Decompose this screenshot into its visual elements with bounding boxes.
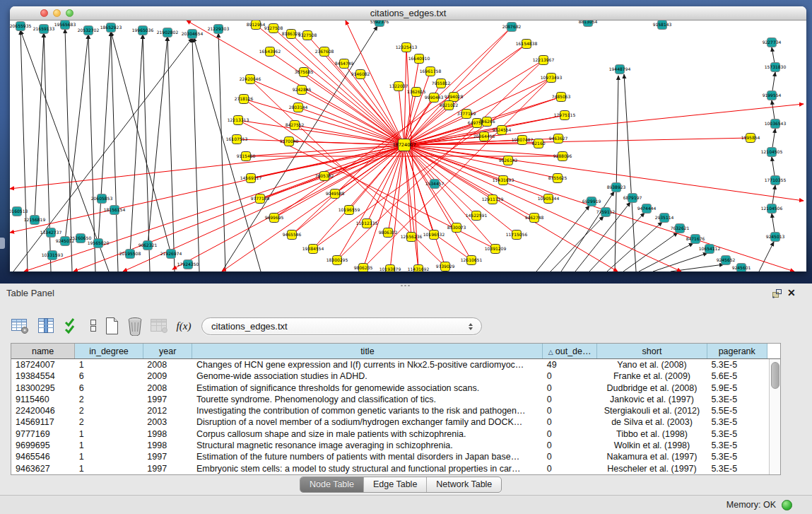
graph-node[interactable]: 12325413: [396, 43, 418, 52]
graph-node[interactable]: 20304654: [182, 30, 204, 39]
graph-node[interactable]: 9127508: [264, 24, 283, 33]
graph-node[interactable]: 7632621: [671, 224, 690, 233]
graph-node[interactable]: 12213967: [533, 56, 555, 65]
memory-status-icon[interactable]: [782, 500, 792, 510]
column-header-name[interactable]: name: [11, 344, 75, 359]
graph-node[interactable]: 2718126: [235, 95, 254, 104]
graph-node[interactable]: 12610651: [461, 256, 483, 265]
graph-node[interactable]: 7955812: [432, 79, 451, 88]
table-selector-dropdown[interactable]: citations_edges.txt: [201, 317, 482, 335]
function-builder-icon[interactable]: f(x): [172, 315, 195, 337]
table-scrollbar[interactable]: [769, 359, 781, 475]
collapsed-panel-handle[interactable]: [0, 238, 5, 249]
graph-node[interactable]: 9199554: [763, 91, 782, 100]
graph-node[interactable]: 12156819: [24, 216, 46, 225]
graph-node[interactable]: 21659133: [33, 25, 55, 34]
table-scrollbar-thumb[interactable]: [771, 362, 779, 389]
graph-node[interactable]: 20655935: [10, 22, 31, 31]
splitter-grip[interactable]: [400, 284, 410, 287]
graph-node[interactable]: 9739029: [436, 262, 455, 271]
table-row[interactable]: 977716911998Corpus callosum shape and si…: [11, 428, 780, 440]
column-visibility-icon[interactable]: [35, 315, 57, 337]
column-header-title[interactable]: title: [192, 344, 543, 359]
graph-node[interactable]: 21229303: [208, 25, 230, 34]
graph-node[interactable]: 62160: [531, 139, 545, 148]
graph-node[interactable]: 8938923: [607, 183, 626, 192]
graph-node[interactable]: 17710355: [765, 176, 787, 185]
graph-node[interactable]: 11715056: [506, 230, 528, 240]
graph-node[interactable]: 10391209: [485, 245, 507, 254]
graph-node[interactable]: 1595854: [741, 134, 760, 143]
graph-node[interactable]: 19565020: [88, 239, 110, 248]
table-row[interactable]: 1830029562008Estimation of significance …: [11, 382, 780, 394]
graph-node[interactable]: 10196559: [339, 206, 360, 215]
table-row[interactable]: 946554611997Estimation of the future num…: [11, 451, 780, 462]
graph-node[interactable]: 10036543: [765, 119, 787, 129]
tab-node-table[interactable]: Node Table: [300, 477, 363, 492]
graph-node[interactable]: 16154838: [516, 40, 538, 49]
graph-node[interactable]: 9327508: [298, 31, 317, 40]
graph-node[interactable]: 13342737: [40, 228, 62, 238]
graph-node[interactable]: 19448794: [609, 65, 631, 74]
graph-node[interactable]: 2803144: [289, 103, 308, 112]
table-settings-icon[interactable]: [8, 315, 31, 337]
graph-node[interactable]: 9626142: [499, 156, 518, 165]
column-header-out_de[interactable]: △out_de…: [543, 344, 597, 359]
graph-node[interactable]: 11012335: [356, 219, 378, 228]
graph-node[interactable]: 16640910: [408, 54, 430, 64]
close-panel-icon[interactable]: ✕: [787, 286, 796, 299]
graph-node[interactable]: 6879197: [623, 194, 642, 203]
graph-node[interactable]: 9794028: [445, 93, 464, 102]
graph-node[interactable]: 9158143: [653, 21, 672, 30]
table-row[interactable]: 2242004622012Investigating the contribut…: [11, 405, 780, 416]
graph-node[interactable]: 20160513: [10, 207, 28, 216]
table-row[interactable]: 946362711997Embryonic stem cells: a mode…: [11, 463, 780, 474]
graph-node[interactable]: 9806235: [354, 264, 373, 272]
tab-network-table[interactable]: Network Table: [426, 477, 501, 492]
table-row[interactable]: 1456911722003Disruption of a novel membe…: [11, 416, 780, 428]
graph-node[interactable]: 11431693: [493, 176, 514, 185]
graph-node[interactable]: 21926974: [160, 250, 182, 259]
table-row[interactable]: 1872400712008Changes of HCN gene express…: [11, 359, 780, 371]
graph-node[interactable]: 14569117: [240, 174, 262, 183]
graph-node[interactable]: 9288096: [553, 152, 572, 161]
graph-node[interactable]: 18300295: [326, 256, 348, 265]
graph-node[interactable]: 9245013: [766, 233, 785, 242]
graph-node[interactable]: 19384554: [302, 245, 324, 254]
graph-node[interactable]: 18652923: [100, 23, 122, 33]
graph-node[interactable]: 9245652: [717, 256, 736, 265]
graph-node[interactable]: 12213313: [228, 116, 249, 125]
graph-node[interactable]: 12104505: [761, 148, 783, 157]
graph-node[interactable]: 16961758: [420, 67, 442, 76]
graph-node[interactable]: 1362615: [407, 88, 426, 97]
graph-node[interactable]: 9049588: [326, 189, 345, 199]
graph-node[interactable]: 5592376: [370, 21, 389, 27]
create-table-icon[interactable]: [100, 315, 123, 337]
graph-node[interactable]: 9462748: [525, 214, 544, 223]
graph-node[interactable]: 18156154: [104, 206, 126, 215]
graph-node[interactable]: 9115460: [237, 152, 256, 161]
graph-node[interactable]: 10654112: [699, 245, 721, 254]
graph-node[interactable]: 21902802: [157, 28, 179, 37]
graph-node[interactable]: 10196532: [423, 230, 445, 240]
graph-node[interactable]: 8755625: [548, 174, 567, 183]
graph-node[interactable]: 9465546: [283, 230, 302, 240]
graph-node[interactable]: 3675685: [295, 68, 314, 77]
select-all-columns-icon[interactable]: [61, 315, 83, 337]
graph-node[interactable]: 8813054: [579, 21, 598, 27]
table-row[interactable]: 911546021997Tourette syndrome. Phenomeno…: [11, 394, 780, 405]
graph-node[interactable]: 9227734: [763, 38, 782, 47]
graph-node[interactable]: 10193879: [379, 265, 401, 272]
graph-node[interactable]: 12556236: [401, 233, 423, 242]
tab-edge-table[interactable]: Edge Table: [363, 477, 426, 492]
graph-node[interactable]: 16543962: [259, 47, 281, 57]
graph-node[interactable]: 20195508: [119, 250, 141, 259]
graph-node[interactable]: 8912954: [247, 21, 266, 30]
column-header-year[interactable]: year: [143, 344, 192, 359]
graph-node[interactable]: 6929919: [582, 197, 601, 206]
column-header-short[interactable]: short: [597, 344, 707, 359]
graph-node[interactable]: 17924350: [177, 260, 199, 269]
graph-node[interactable]: 9245601: [732, 264, 751, 272]
graph-node[interactable]: 12911759: [482, 195, 504, 204]
graph-node[interactable]: 9146082: [351, 70, 370, 79]
